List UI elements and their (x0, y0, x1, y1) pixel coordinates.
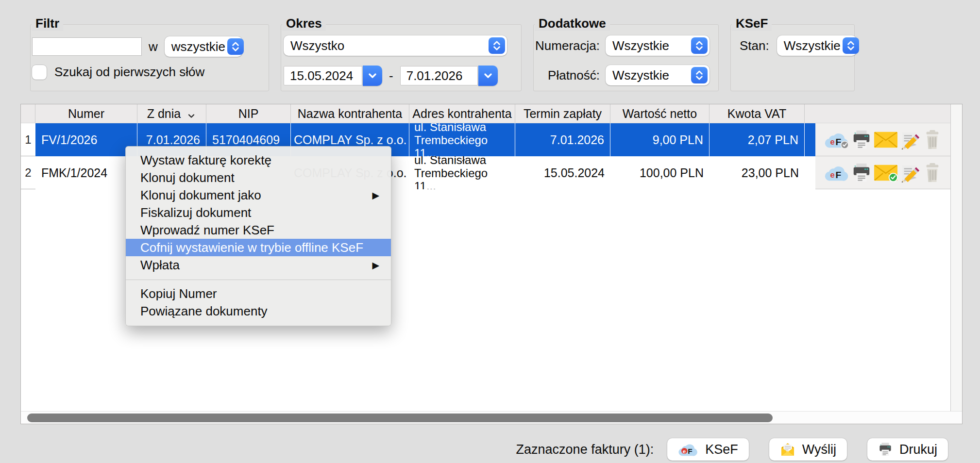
trash-icon[interactable] (923, 129, 942, 150)
state-value: Wszystkie (784, 38, 841, 53)
ksef-cloud-icon[interactable]: eF (824, 163, 849, 182)
row-number: 1 (21, 123, 35, 156)
date-to-combo: 7.01.2026 (400, 66, 498, 86)
payment-select[interactable]: Wszystkie (606, 65, 710, 85)
menu-item-klonuj-dokument[interactable]: Klonuj dokument (126, 169, 391, 186)
menu-item-wplata[interactable]: Wpłata▶ (126, 256, 391, 274)
header-z-dnia[interactable]: Z dnia (137, 104, 206, 123)
header-nazwa-kontrahenta[interactable]: Nazwa kontrahenta (291, 104, 409, 123)
search-in-label: w (149, 39, 158, 54)
chevrons-updown-icon (843, 37, 859, 54)
date-to-field[interactable]: 7.01.2026 (400, 66, 478, 85)
ksef-cloud-checked-icon[interactable]: eF (824, 130, 849, 149)
header-kwota-vat[interactable]: Kwota VAT (710, 104, 805, 123)
svg-text:F: F (836, 169, 842, 180)
chevrons-updown-icon (489, 37, 505, 54)
table-header-row: Numer Z dnia NIP Nazwa kontrahenta Adres… (21, 104, 950, 123)
search-scope-value: wszystkie (171, 39, 225, 54)
header-nip[interactable]: NIP (206, 104, 291, 123)
header-numer[interactable]: Numer (35, 104, 137, 123)
chevrons-updown-icon (227, 38, 244, 55)
submenu-arrow-icon: ▶ (372, 190, 379, 201)
menu-item-wprowadz-numer-ksef[interactable]: Wprowadź numer KSeF (126, 221, 391, 239)
edit-icon[interactable] (900, 162, 921, 183)
chevrons-updown-icon (691, 67, 708, 83)
period-select[interactable]: Wszystko (284, 35, 507, 56)
svg-text:e: e (830, 170, 835, 179)
sort-descending-icon (186, 110, 196, 119)
row-actions: eF (815, 156, 950, 189)
vertical-scrollbar-track[interactable] (950, 104, 962, 412)
menu-item-cofnij-wystawienie-offline-ksef[interactable]: Cofnij wystawienie w trybie offline KSeF (126, 239, 391, 256)
header-row-number (21, 104, 35, 123)
date-from-field[interactable]: 15.05.2024 (284, 66, 362, 85)
submenu-arrow-icon: ▶ (372, 260, 379, 271)
numbering-select[interactable]: Wszystkie (606, 35, 710, 56)
menu-item-klonuj-dokument-jako[interactable]: Klonuj dokument jako▶ (126, 186, 391, 204)
state-label: Stan: (740, 38, 769, 53)
period-group-title: Okres (282, 16, 326, 31)
additional-group-title: Dodatkowe (535, 16, 610, 31)
row-actions: eF (815, 123, 950, 156)
envelope-checked-icon[interactable] (874, 164, 898, 182)
context-menu: Wystaw fakturę korektę Klonuj dokument K… (125, 146, 391, 326)
ksef-cloud-icon: eF (678, 442, 698, 457)
row-number: 2 (21, 156, 35, 189)
search-first-words-checkbox[interactable] (32, 65, 47, 80)
header-actions (815, 104, 950, 123)
menu-item-fiskalizuj-dokument[interactable]: Fiskalizuj dokument (126, 204, 391, 221)
cell-netto: 9,00 PLN (610, 123, 710, 156)
payment-label: Płatność: (534, 68, 600, 83)
date-from-combo: 15.05.2024 (284, 66, 382, 86)
edit-icon[interactable] (900, 129, 921, 150)
header-termin-zaplaty[interactable]: Termin zapłaty (515, 104, 610, 123)
svg-text:F: F (688, 447, 693, 455)
payment-value: Wszystkie (612, 68, 669, 83)
state-select[interactable]: Wszystkie (777, 35, 857, 56)
period-value: Wszystko (290, 38, 344, 53)
header-adres-kontrahenta[interactable]: Adres kontrahenta (409, 104, 515, 123)
printer-icon[interactable] (851, 162, 872, 183)
cell-adres: ul. StanisławaTrembeckiego 11... (409, 123, 515, 156)
svg-text:e: e (830, 137, 835, 146)
send-envelope-icon (780, 442, 795, 457)
header-wartosc-netto[interactable]: Wartość netto (610, 104, 710, 123)
menu-separator (126, 280, 391, 280)
menu-item-kopiuj-numer[interactable]: Kopiuj Numer (126, 285, 391, 302)
additional-group: Dodatkowe Numeracja: Wszystkie Płatność:… (533, 24, 719, 91)
menu-item-powiazane-dokumenty[interactable]: Powiązane dokumenty (126, 302, 391, 320)
search-first-words-label: Szukaj od pierwszych słów (54, 65, 204, 80)
cell-numer: FMK/1/2024 (35, 156, 137, 189)
ksef-group: KSeF Stan: Wszystkie (730, 24, 855, 91)
chevrons-updown-icon (691, 37, 708, 54)
horizontal-scrollbar-track[interactable] (21, 411, 962, 424)
printer-icon[interactable] (851, 129, 872, 150)
filter-group-title: Filtr (32, 16, 63, 31)
numbering-value: Wszystkie (612, 38, 669, 53)
envelope-icon[interactable] (874, 131, 898, 149)
selected-invoices-label: Zaznaczone faktury (1): (516, 442, 654, 457)
search-scope-select[interactable]: wszystkie (165, 36, 242, 57)
horizontal-scrollbar-thumb[interactable] (27, 413, 773, 422)
filter-group: Filtr w wszystkie Szukaj od pierwszych s… (30, 24, 269, 91)
cell-filler (805, 123, 816, 156)
footer-action-bar: Zaznaczone faktury (1): eF KSeF Wyślij D… (516, 438, 948, 461)
cell-adres: ul. StanisławaTrembeckiego 11... (409, 156, 515, 189)
search-input[interactable] (32, 37, 142, 56)
send-button[interactable]: Wyślij (769, 438, 847, 461)
menu-item-wystaw-fakture-korekte[interactable]: Wystaw fakturę korektę (126, 151, 391, 169)
chevron-down-icon[interactable] (478, 66, 498, 86)
cell-vat: 23,00 PLN (710, 156, 805, 189)
trash-icon[interactable] (923, 162, 942, 183)
printer-icon (878, 442, 893, 457)
period-group: Okres Wszystko 15.05.2024 - 7.01.2026 (281, 24, 522, 91)
print-button[interactable]: Drukuj (867, 438, 948, 461)
ksef-group-title: KSeF (732, 16, 772, 31)
header-filler (805, 104, 815, 123)
invoice-list-window: Filtr w wszystkie Szukaj od pierwszych s… (0, 0, 980, 463)
cell-termin: 15.05.2024 (515, 156, 610, 189)
cell-termin: 7.01.2026 (515, 123, 610, 156)
cell-vat: 2,07 PLN (710, 123, 805, 156)
chevron-down-icon[interactable] (363, 66, 382, 86)
ksef-button[interactable]: eF KSeF (667, 438, 749, 461)
